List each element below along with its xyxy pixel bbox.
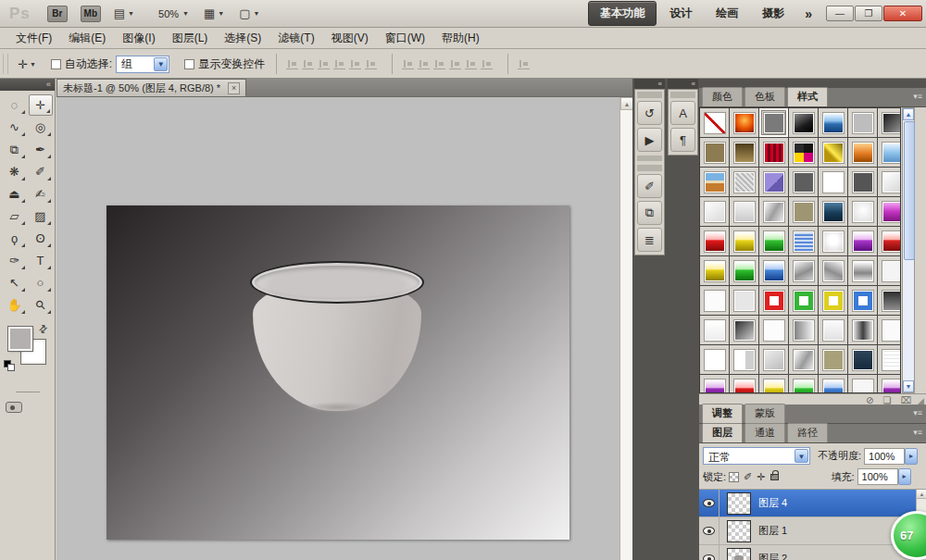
style-swatch[interactable]: [759, 108, 788, 137]
align-vertical-centers-icon[interactable]: [302, 58, 314, 69]
style-swatch[interactable]: [789, 197, 818, 226]
style-swatch[interactable]: [789, 227, 818, 255]
swap-colors-icon[interactable]: ⇄: [36, 322, 51, 337]
panel-menu-icon[interactable]: ▾≡: [913, 92, 922, 101]
scroll-up-icon[interactable]: ▲: [620, 97, 633, 110]
align-right-edges-icon[interactable]: [365, 58, 377, 69]
tab-色板[interactable]: 色板: [745, 87, 785, 106]
burn-tool[interactable]: ʘ: [29, 228, 53, 249]
foreground-color-swatch[interactable]: [8, 327, 32, 351]
style-swatch[interactable]: [759, 138, 788, 167]
scrollbar-thumb[interactable]: [904, 121, 915, 260]
style-swatch[interactable]: [848, 345, 877, 374]
distribute-left-edges-icon[interactable]: [449, 58, 461, 69]
style-swatch[interactable]: [759, 286, 788, 315]
menu-item[interactable]: 图层(L): [164, 28, 217, 49]
minibridge-button[interactable]: Mb: [81, 6, 101, 22]
opacity-value[interactable]: 100%: [864, 448, 905, 465]
style-swatch[interactable]: [789, 168, 818, 196]
style-swatch[interactable]: [789, 138, 818, 167]
eye-icon[interactable]: [703, 554, 715, 560]
style-swatch[interactable]: [878, 197, 901, 226]
style-swatch[interactable]: [819, 316, 847, 344]
hand-tool[interactable]: ✋: [3, 294, 27, 316]
style-swatch[interactable]: [878, 256, 901, 285]
align-top-edges-icon[interactable]: [286, 58, 298, 69]
style-swatch[interactable]: [730, 375, 758, 393]
document-close-icon[interactable]: ×: [228, 82, 240, 94]
layer-comps-panel-icon[interactable]: ≣: [637, 228, 662, 252]
style-swatch[interactable]: [730, 197, 758, 226]
fill-value[interactable]: 100%: [857, 468, 898, 485]
opacity-spinner-icon[interactable]: ▸: [905, 448, 918, 465]
style-swatch[interactable]: [730, 256, 758, 285]
style-swatch[interactable]: [759, 375, 788, 393]
options-grip[interactable]: [3, 54, 8, 74]
actions-panel-icon[interactable]: ▶: [637, 128, 662, 152]
workspace-overflow-icon[interactable]: »: [805, 6, 812, 21]
style-swatch[interactable]: [819, 108, 847, 137]
character-panel-icon[interactable]: A: [670, 101, 695, 125]
dodge-tool[interactable]: ϙ: [3, 228, 27, 249]
layer-thumbnail[interactable]: [727, 520, 751, 542]
distribute-bottom-edges-icon[interactable]: [433, 58, 445, 69]
canvas[interactable]: [106, 205, 569, 540]
style-swatch[interactable]: [759, 345, 788, 374]
chevron-down-icon[interactable]: ▼: [795, 449, 808, 463]
layer-thumbnail[interactable]: [727, 548, 751, 560]
tools-collapse-icon[interactable]: «: [0, 79, 55, 91]
style-swatch[interactable]: [848, 138, 877, 167]
layer-visibility-cell[interactable]: [699, 517, 720, 545]
scroll-down-icon[interactable]: ▼: [903, 380, 914, 392]
menu-item[interactable]: 窗口(W): [377, 28, 433, 49]
style-swatch[interactable]: [848, 108, 877, 137]
style-swatch[interactable]: [730, 227, 758, 255]
style-swatch[interactable]: [730, 138, 758, 167]
pasteboard[interactable]: [56, 97, 619, 560]
move-tool[interactable]: ✛: [29, 94, 53, 116]
layer-visibility-cell[interactable]: [699, 545, 720, 560]
style-swatch[interactable]: [759, 227, 788, 255]
style-swatch[interactable]: [700, 138, 729, 167]
gradient-tool[interactable]: ▨: [29, 205, 53, 227]
brush-tool[interactable]: ✐: [29, 161, 53, 182]
style-swatch[interactable]: [700, 345, 729, 374]
style-swatch[interactable]: [789, 375, 818, 393]
zoom-tool[interactable]: ⚲: [29, 294, 53, 316]
fill-spinner-icon[interactable]: ▸: [898, 468, 911, 485]
style-swatch[interactable]: [789, 286, 818, 315]
extras-dropdown-icon[interactable]: ▼: [218, 10, 224, 17]
style-swatch[interactable]: [700, 197, 729, 226]
style-swatch[interactable]: [848, 256, 877, 285]
style-swatch[interactable]: [730, 168, 758, 196]
style-swatch[interactable]: [700, 256, 729, 285]
lasso-tool[interactable]: ∿: [3, 117, 27, 138]
lock-all-icon[interactable]: [770, 474, 779, 480]
blend-mode-dropdown[interactable]: 正常 ▼: [703, 447, 810, 465]
eyedropper-tool[interactable]: ✒: [29, 139, 53, 160]
dock-collapse-icon[interactable]: «: [634, 79, 665, 89]
menu-item[interactable]: 帮助(H): [433, 28, 488, 49]
style-swatch[interactable]: [878, 138, 901, 167]
document-tab[interactable]: 未标题-1 @ 50% (图层 4, RGB/8) * ×: [56, 79, 246, 96]
arrange-dropdown-icon[interactable]: ▼: [128, 10, 134, 17]
style-swatch[interactable]: [789, 108, 818, 137]
style-swatch[interactable]: [700, 108, 729, 137]
style-swatch[interactable]: [878, 168, 901, 196]
style-swatch[interactable]: [819, 168, 847, 196]
layer-row[interactable]: 图层 4: [699, 490, 926, 517]
style-swatch[interactable]: [700, 168, 729, 196]
tab-蒙版[interactable]: 蒙版: [745, 404, 785, 423]
menu-item[interactable]: 编辑(E): [60, 28, 114, 49]
lock-position-icon[interactable]: ✛: [757, 471, 765, 483]
style-swatch[interactable]: [759, 168, 788, 196]
distribute-horizontal-centers-icon[interactable]: [465, 58, 477, 69]
style-swatch[interactable]: [819, 345, 847, 374]
style-swatch[interactable]: [730, 316, 758, 344]
workspace-tab-摄影[interactable]: 摄影: [751, 2, 795, 25]
distribute-vertical-centers-icon[interactable]: [418, 58, 430, 69]
style-swatch[interactable]: [819, 197, 847, 226]
workspace-tab-设计[interactable]: 设计: [658, 2, 703, 25]
styles-scrollbar[interactable]: ▲ ▼: [902, 107, 915, 393]
menu-item[interactable]: 视图(V): [323, 28, 377, 49]
